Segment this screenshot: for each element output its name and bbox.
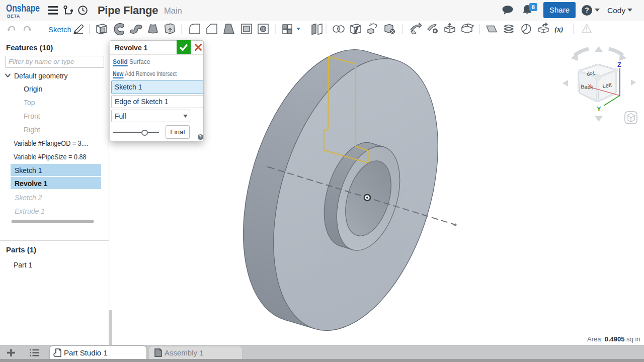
svg-text:Back: Back [581,83,594,90]
svg-text:(x): (x) [554,25,564,34]
svg-text:Left: Left [602,82,612,89]
svg-text:Y: Y [597,105,601,113]
svg-text:Z: Z [617,61,621,68]
svg-text:Onshape: Onshape [6,3,40,14]
